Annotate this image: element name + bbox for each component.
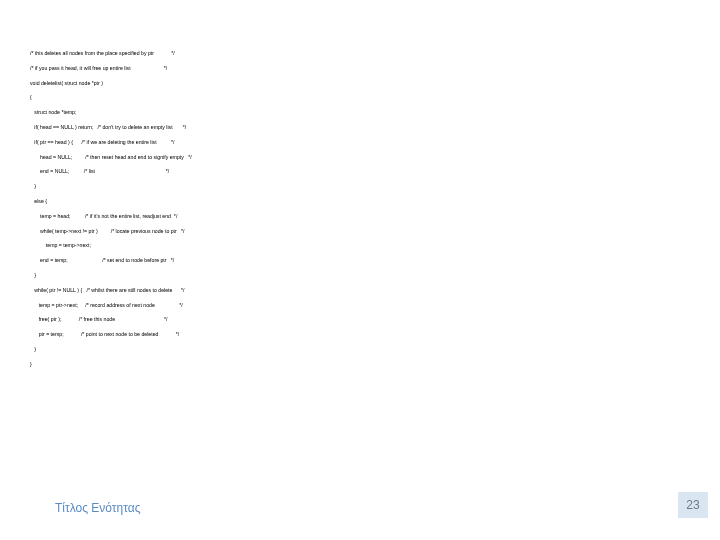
code-line: void deletelist( struct node *ptr ) [30, 80, 390, 88]
code-line: { [30, 94, 390, 102]
code-line: free( ptr ); /* free this node */ [30, 316, 390, 324]
code-line: /* this deletes all nodes from the place… [30, 50, 390, 58]
code-line: struct node *temp; [30, 109, 390, 117]
code-line: if( head == NULL ) return; /* don't try … [30, 124, 390, 132]
code-line: temp = head; /* if it's not the entire l… [30, 213, 390, 221]
footer: Τίτλος Ενότητας 23 [0, 490, 720, 520]
code-line: else { [30, 198, 390, 206]
code-line: while( ptr != NULL ) { /* whilst there a… [30, 287, 390, 295]
section-title: Τίτλος Ενότητας [55, 501, 141, 515]
code-line: } [30, 346, 390, 354]
code-line: } [30, 183, 390, 191]
code-line: head = NULL; /* then reset head and end … [30, 154, 390, 162]
code-line: } [30, 361, 390, 369]
code-line: temp = ptr->next; /* record address of n… [30, 302, 390, 310]
code-line: } [30, 272, 390, 280]
code-line: /* if you pass it head, it will free up … [30, 65, 390, 73]
code-block: /* this deletes all nodes from the place… [30, 50, 390, 376]
code-line: end = temp; /* set end to node before pt… [30, 257, 390, 265]
code-line: end = NULL; /* list */ [30, 168, 390, 176]
code-line: while( temp->next != ptr ) /* locate pre… [30, 228, 390, 236]
code-line: ptr = temp; /* point to next node to be … [30, 331, 390, 339]
code-line: temp = temp->next; [30, 242, 390, 250]
code-line: if( ptr == head ) { /* if we are deletin… [30, 139, 390, 147]
page-number: 23 [678, 492, 708, 518]
